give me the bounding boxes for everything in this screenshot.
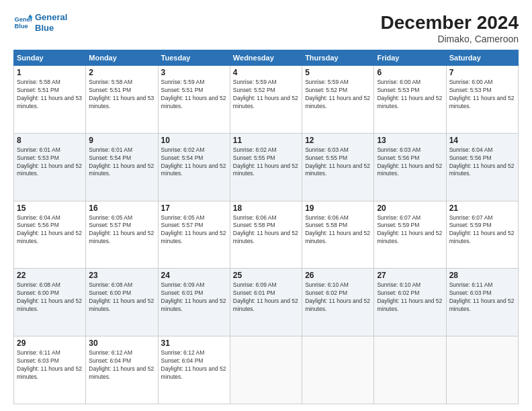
calendar-cell: 29 Sunrise: 6:11 AM Sunset: 6:03 PM Dayl…: [14, 336, 86, 404]
svg-text:Blue: Blue: [15, 22, 28, 29]
day-info: Sunrise: 6:00 AM Sunset: 5:53 PM Dayligh…: [377, 79, 443, 111]
calendar-cell: 14 Sunrise: 6:04 AM Sunset: 5:56 PM Dayl…: [446, 133, 518, 201]
calendar-cell: 18 Sunrise: 6:06 AM Sunset: 5:58 PM Dayl…: [230, 201, 302, 269]
header: General Blue General Blue December 2024 …: [13, 12, 519, 44]
day-info: Sunrise: 6:04 AM Sunset: 5:56 PM Dayligh…: [449, 146, 515, 179]
day-number: 11: [233, 136, 299, 145]
day-number: 9: [89, 136, 154, 145]
calendar-cell: [446, 336, 518, 404]
col-header-saturday: Saturday: [446, 50, 518, 66]
day-info: Sunrise: 6:11 AM Sunset: 6:03 PM Dayligh…: [17, 349, 83, 381]
calendar-cell: 20 Sunrise: 6:07 AM Sunset: 5:59 PM Dayl…: [374, 201, 446, 269]
day-info: Sunrise: 5:58 AM Sunset: 5:51 PM Dayligh…: [17, 79, 83, 111]
col-header-thursday: Thursday: [302, 50, 374, 66]
calendar-cell: 13 Sunrise: 6:03 AM Sunset: 5:56 PM Dayl…: [374, 133, 446, 201]
calendar-cell: 11 Sunrise: 6:02 AM Sunset: 5:55 PM Dayl…: [230, 133, 302, 201]
day-number: 23: [89, 271, 154, 280]
calendar-week-3: 15 Sunrise: 6:04 AM Sunset: 5:56 PM Dayl…: [14, 201, 519, 269]
calendar-cell: 23 Sunrise: 6:08 AM Sunset: 6:00 PM Dayl…: [86, 269, 158, 336]
page-title: December 2024: [381, 12, 519, 34]
page: General Blue General Blue December 2024 …: [0, 0, 532, 411]
day-number: 6: [377, 68, 443, 77]
day-info: Sunrise: 6:01 AM Sunset: 5:54 PM Dayligh…: [89, 146, 154, 179]
day-info: Sunrise: 6:09 AM Sunset: 6:01 PM Dayligh…: [161, 281, 227, 314]
calendar-cell: 2 Sunrise: 5:58 AM Sunset: 5:51 PM Dayli…: [86, 66, 158, 134]
calendar-cell: 9 Sunrise: 6:01 AM Sunset: 5:54 PM Dayli…: [86, 133, 158, 201]
day-info: Sunrise: 6:10 AM Sunset: 6:02 PM Dayligh…: [305, 281, 371, 314]
day-number: 25: [233, 271, 299, 280]
day-number: 26: [305, 271, 371, 280]
title-block: December 2024 Dimako, Cameroon: [381, 12, 519, 44]
day-info: Sunrise: 6:12 AM Sunset: 6:04 PM Dayligh…: [161, 349, 227, 381]
day-info: Sunrise: 6:02 AM Sunset: 5:54 PM Dayligh…: [161, 146, 227, 179]
calendar-week-1: 1 Sunrise: 5:58 AM Sunset: 5:51 PM Dayli…: [14, 66, 519, 134]
calendar-cell: 22 Sunrise: 6:08 AM Sunset: 6:00 PM Dayl…: [14, 269, 86, 336]
day-number: 18: [233, 203, 299, 213]
day-info: Sunrise: 6:04 AM Sunset: 5:56 PM Dayligh…: [17, 214, 83, 246]
day-number: 5: [305, 68, 371, 77]
day-info: Sunrise: 6:08 AM Sunset: 6:00 PM Dayligh…: [89, 281, 154, 314]
day-number: 7: [449, 68, 515, 77]
day-info: Sunrise: 6:12 AM Sunset: 6:04 PM Dayligh…: [89, 349, 154, 381]
day-info: Sunrise: 6:00 AM Sunset: 5:53 PM Dayligh…: [449, 79, 515, 111]
calendar-header-row: SundayMondayTuesdayWednesdayThursdayFrid…: [14, 50, 519, 66]
logo-icon: General Blue: [13, 13, 32, 32]
day-number: 31: [161, 338, 227, 348]
calendar-cell: 28 Sunrise: 6:11 AM Sunset: 6:03 PM Dayl…: [446, 269, 518, 336]
day-info: Sunrise: 6:03 AM Sunset: 5:55 PM Dayligh…: [305, 146, 371, 179]
day-number: 20: [377, 203, 443, 213]
day-number: 3: [161, 68, 227, 77]
calendar-cell: 4 Sunrise: 5:59 AM Sunset: 5:52 PM Dayli…: [230, 66, 302, 134]
day-number: 21: [449, 203, 515, 213]
day-info: Sunrise: 6:06 AM Sunset: 5:58 PM Dayligh…: [305, 214, 371, 246]
day-info: Sunrise: 6:02 AM Sunset: 5:55 PM Dayligh…: [233, 146, 299, 179]
calendar-cell: 21 Sunrise: 6:07 AM Sunset: 5:59 PM Dayl…: [446, 201, 518, 269]
day-number: 13: [377, 136, 443, 145]
day-number: 30: [89, 338, 154, 348]
calendar-week-5: 29 Sunrise: 6:11 AM Sunset: 6:03 PM Dayl…: [14, 336, 519, 404]
col-header-sunday: Sunday: [14, 50, 86, 66]
calendar-cell: 25 Sunrise: 6:09 AM Sunset: 6:01 PM Dayl…: [230, 269, 302, 336]
calendar-cell: 24 Sunrise: 6:09 AM Sunset: 6:01 PM Dayl…: [158, 269, 230, 336]
calendar-cell: 31 Sunrise: 6:12 AM Sunset: 6:04 PM Dayl…: [158, 336, 230, 404]
calendar-cell: 5 Sunrise: 5:59 AM Sunset: 5:52 PM Dayli…: [302, 66, 374, 134]
calendar-cell: 1 Sunrise: 5:58 AM Sunset: 5:51 PM Dayli…: [14, 66, 86, 134]
calendar-cell: 10 Sunrise: 6:02 AM Sunset: 5:54 PM Dayl…: [158, 133, 230, 201]
day-info: Sunrise: 6:07 AM Sunset: 5:59 PM Dayligh…: [449, 214, 515, 246]
calendar-cell: [230, 336, 302, 404]
calendar-cell: 17 Sunrise: 6:05 AM Sunset: 5:57 PM Dayl…: [158, 201, 230, 269]
day-number: 1: [17, 68, 83, 77]
calendar-table: SundayMondayTuesdayWednesdayThursdayFrid…: [13, 50, 519, 404]
day-number: 12: [305, 136, 371, 145]
day-info: Sunrise: 6:10 AM Sunset: 6:02 PM Dayligh…: [377, 281, 443, 314]
calendar-cell: 7 Sunrise: 6:00 AM Sunset: 5:53 PM Dayli…: [446, 66, 518, 134]
calendar-cell: 27 Sunrise: 6:10 AM Sunset: 6:02 PM Dayl…: [374, 269, 446, 336]
day-number: 4: [233, 68, 299, 77]
day-number: 8: [17, 136, 83, 145]
calendar-week-4: 22 Sunrise: 6:08 AM Sunset: 6:00 PM Dayl…: [14, 269, 519, 336]
day-number: 29: [17, 338, 83, 348]
calendar-cell: [302, 336, 374, 404]
day-info: Sunrise: 6:09 AM Sunset: 6:01 PM Dayligh…: [233, 281, 299, 314]
day-number: 19: [305, 203, 371, 213]
day-number: 16: [89, 203, 154, 213]
day-info: Sunrise: 6:03 AM Sunset: 5:56 PM Dayligh…: [377, 146, 443, 179]
logo-blue: Blue: [35, 23, 67, 34]
day-number: 22: [17, 271, 83, 280]
calendar-cell: 30 Sunrise: 6:12 AM Sunset: 6:04 PM Dayl…: [86, 336, 158, 404]
page-subtitle: Dimako, Cameroon: [381, 34, 519, 44]
logo-general: General: [35, 12, 67, 23]
col-header-tuesday: Tuesday: [158, 50, 230, 66]
day-number: 24: [161, 271, 227, 280]
day-number: 14: [449, 136, 515, 145]
day-info: Sunrise: 5:59 AM Sunset: 5:51 PM Dayligh…: [161, 79, 227, 111]
day-info: Sunrise: 6:01 AM Sunset: 5:53 PM Dayligh…: [17, 146, 83, 179]
col-header-wednesday: Wednesday: [230, 50, 302, 66]
day-info: Sunrise: 6:11 AM Sunset: 6:03 PM Dayligh…: [449, 281, 515, 314]
day-number: 2: [89, 68, 154, 77]
calendar-cell: 12 Sunrise: 6:03 AM Sunset: 5:55 PM Dayl…: [302, 133, 374, 201]
day-info: Sunrise: 6:06 AM Sunset: 5:58 PM Dayligh…: [233, 214, 299, 246]
day-info: Sunrise: 6:05 AM Sunset: 5:57 PM Dayligh…: [89, 214, 154, 246]
day-number: 10: [161, 136, 227, 145]
day-number: 17: [161, 203, 227, 213]
